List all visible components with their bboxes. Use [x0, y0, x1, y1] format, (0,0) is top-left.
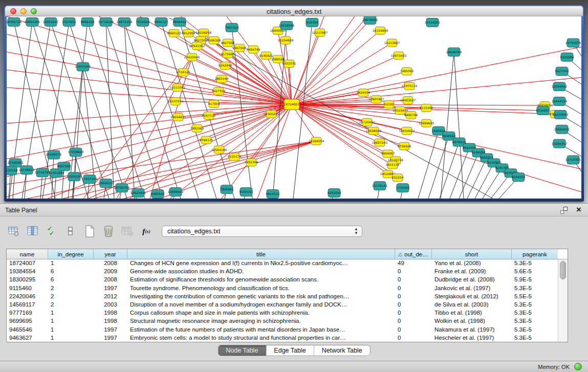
graph-node[interactable]: 16654923: [399, 127, 415, 135]
graph-node[interactable]: 9495784: [404, 111, 418, 119]
tab-node-table[interactable]: Node Table: [218, 345, 266, 356]
column-header-short[interactable]: short: [432, 249, 512, 259]
graph-node[interactable]: 12923448: [130, 189, 146, 198]
graph-node[interactable]: 18107554: [168, 98, 184, 105]
graph-node[interactable]: 16782759: [114, 184, 130, 192]
tab-edge-table[interactable]: Edge Table: [266, 345, 313, 356]
graph-node[interactable]: 8912954: [182, 29, 195, 37]
table-row[interactable]: 946554611997Estimation of the future num…: [7, 326, 568, 334]
citation-edge-red[interactable]: [292, 104, 581, 192]
graph-node[interactable]: 9150151: [239, 188, 253, 196]
graph-node[interactable]: 15135141: [372, 182, 388, 190]
graph-node[interactable]: 9115460: [420, 104, 433, 112]
graph-node[interactable]: 816304: [306, 18, 318, 27]
graph-node[interactable]: 9133159: [7, 166, 18, 175]
table-row[interactable]: 1938455462009Genome-wide association stu…: [7, 268, 568, 276]
graph-node[interactable]: 7515526: [136, 17, 150, 26]
graph-node[interactable]: 9252054: [328, 189, 341, 198]
table-row[interactable]: 946362711997Embryonic stem cells: a mode…: [7, 334, 568, 342]
graph-node[interactable]: 8322031: [282, 60, 296, 68]
scrollbar-thumb[interactable]: [560, 261, 566, 279]
graph-node[interactable]: 10653247: [43, 17, 59, 26]
graph-node[interactable]: 18226058: [196, 29, 212, 36]
citation-edge-red[interactable]: [117, 57, 192, 199]
float-panel-icon[interactable]: [560, 207, 568, 214]
graph-node[interactable]: 14463627: [400, 97, 416, 104]
graph-node[interactable]: 9110174: [228, 153, 242, 161]
graph-node[interactable]: 12213392: [170, 84, 186, 92]
graph-node[interactable]: 2803144: [215, 75, 229, 83]
graph-node[interactable]: 12156829: [19, 166, 35, 174]
delete-icon[interactable]: [101, 224, 116, 238]
citation-edge-red[interactable]: [292, 104, 388, 174]
citation-edge-black[interactable]: [428, 136, 449, 199]
graph-node[interactable]: 417004: [208, 100, 220, 108]
citation-edge-red[interactable]: [7, 104, 292, 141]
network-window[interactable]: citations_edges.txt 18724007866012389129…: [4, 5, 584, 202]
graph-node[interactable]: 16648784: [446, 48, 462, 56]
graph-node[interactable]: 8186328: [207, 36, 221, 44]
network-view[interactable]: 1872400786601238912954182260589827509105…: [7, 16, 581, 199]
graph-node[interactable]: 1527602: [62, 17, 76, 26]
column-visibility-icon[interactable]: [26, 224, 40, 238]
graph-node[interactable]: 7652304: [245, 159, 258, 166]
citation-edge-black[interactable]: [180, 22, 234, 199]
table-selector-dropdown[interactable]: citations_edges.txt ▲▼: [162, 226, 362, 237]
graph-node[interactable]: 24055724: [7, 17, 21, 26]
unselect-all-icon[interactable]: [63, 224, 78, 238]
graph-node[interactable]: 17957255: [82, 175, 98, 184]
graph-node[interactable]: 7902563: [190, 124, 204, 132]
graph-node[interactable]: 10958107: [98, 179, 114, 188]
table-row[interactable]: 1872400712008Changes of HCN gene express…: [7, 259, 568, 268]
graph-node[interactable]: 9360810: [151, 190, 165, 199]
graph-node[interactable]: 19218586: [279, 21, 295, 30]
graph-node[interactable]: 8215953: [536, 106, 550, 115]
citation-edge-red[interactable]: [7, 141, 316, 185]
graph-node[interactable]: 1733426: [396, 184, 410, 192]
graph-node[interactable]: 10154281: [425, 18, 441, 27]
graph-node[interactable]: 7485063: [400, 68, 414, 75]
citation-edge-black[interactable]: [418, 131, 439, 199]
column-header-year[interactable]: year: [94, 249, 127, 259]
column-header-title[interactable]: title: [127, 249, 395, 259]
citation-edge-red[interactable]: [7, 104, 292, 123]
graph-node[interactable]: 7957224: [225, 23, 239, 32]
graph-node[interactable]: 9244502: [512, 173, 526, 182]
graph-node[interactable]: 20385081: [8, 159, 24, 167]
graph-node[interactable]: 20206576: [46, 150, 62, 159]
vertical-scrollbar[interactable]: [558, 259, 568, 342]
graph-node[interactable]: 12093832: [552, 82, 568, 91]
citation-edge-black[interactable]: [161, 22, 216, 199]
table-row[interactable]: 2242004622012Investigating the contribut…: [7, 293, 568, 301]
delete-table-icon[interactable]: [120, 224, 135, 238]
graph-node[interactable]: 16154808: [373, 27, 388, 34]
citation-edge-red[interactable]: [292, 77, 581, 104]
new-file-icon[interactable]: [82, 224, 97, 238]
citation-edge-red[interactable]: [292, 71, 407, 104]
graph-node[interactable]: 12564186: [211, 146, 227, 154]
graph-node[interactable]: 12213967: [384, 39, 400, 47]
column-header-name[interactable]: name: [7, 249, 48, 259]
graph-node[interactable]: 2718120: [177, 69, 190, 76]
network-canvas[interactable]: 1872400786601238912954182260589827509105…: [7, 16, 581, 199]
function-builder-icon[interactable]: f(x): [139, 224, 154, 238]
graph-node[interactable]: 17359928: [68, 148, 84, 157]
graph-node[interactable]: 9329966: [560, 53, 574, 61]
graph-node[interactable]: 14671358: [117, 17, 133, 26]
graph-node[interactable]: 9175685: [221, 50, 235, 58]
graph-node[interactable]: 10719186: [98, 17, 114, 26]
graph-node[interactable]: 20876082: [362, 16, 378, 24]
graph-node[interactable]: 10899695: [419, 119, 434, 127]
graph-node[interactable]: 12710301: [565, 156, 581, 164]
graph-node[interactable]: 12444154: [552, 97, 568, 106]
citation-edge-red[interactable]: [160, 141, 316, 199]
graph-node[interactable]: 252254: [392, 174, 404, 182]
graph-node[interactable]: 10808910: [168, 188, 184, 196]
graph-node[interactable]: 9466160: [81, 17, 95, 26]
citation-edge-black[interactable]: [106, 22, 163, 199]
citation-edge-black[interactable]: [475, 163, 494, 199]
column-header-in_degree[interactable]: in_degree: [48, 249, 94, 259]
graph-node[interactable]: 15693231: [554, 125, 570, 134]
graph-node[interactable]: 8915512: [266, 190, 280, 199]
close-panel-icon[interactable]: ×: [576, 205, 581, 215]
